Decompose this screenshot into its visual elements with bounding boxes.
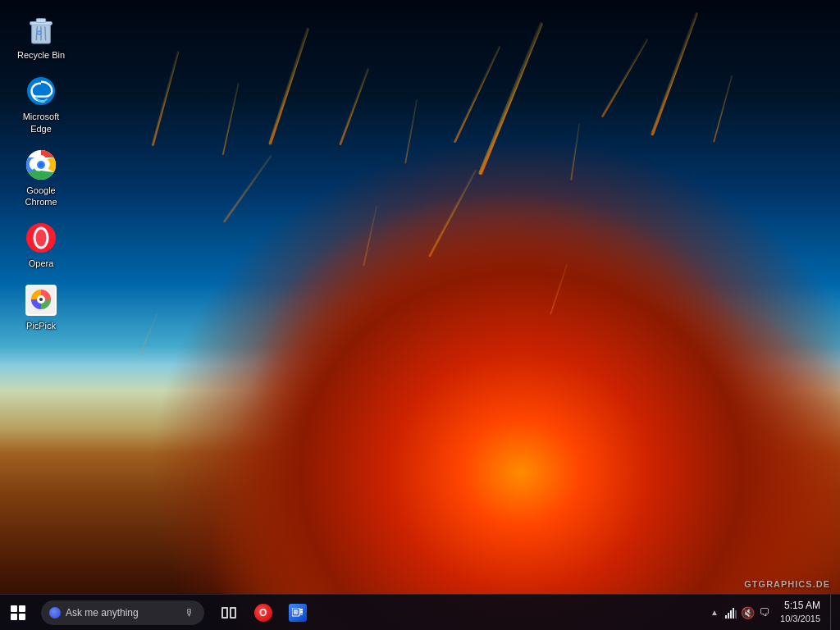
svg-line-5 — [45, 26, 46, 40]
tray-chevron-button[interactable]: ▲ — [708, 606, 721, 619]
search-placeholder-text: Ask me anything — [66, 607, 139, 619]
svg-rect-24 — [300, 611, 303, 613]
clock[interactable]: 5:15 AM 10/3/2015 — [774, 599, 827, 625]
clock-date: 10/3/2015 — [780, 613, 820, 625]
picpick-image — [25, 284, 57, 317]
svg-rect-25 — [725, 615, 727, 619]
svg-rect-21 — [294, 609, 298, 614]
media-taskbar-icon — [289, 604, 307, 622]
microphone-icon[interactable]: 🎙 — [185, 607, 196, 619]
svg-text:♻: ♻ — [36, 30, 42, 37]
cortana-icon — [49, 607, 61, 619]
svg-rect-29 — [735, 610, 737, 619]
svg-point-11 — [39, 162, 43, 167]
media-taskbar-button[interactable] — [281, 595, 314, 631]
picpick-icon[interactable]: PicPick — [8, 279, 74, 336]
speaker-tray-icon[interactable]: 🔇 — [741, 606, 754, 619]
picpick-label: PicPick — [26, 320, 56, 331]
chrome-image — [25, 148, 57, 181]
desktop: ♻ Recycle Bin Microsoft Edge — [0, 0, 840, 630]
opera-taskbar-button[interactable]: O — [247, 595, 280, 631]
watermark-text: GTGRAPHICS.DE — [744, 579, 830, 589]
opera-label: Opera — [29, 258, 54, 269]
opera-image — [25, 221, 57, 254]
svg-rect-23 — [300, 609, 303, 610]
desktop-icons: ♻ Recycle Bin Microsoft Edge — [8, 8, 74, 336]
svg-point-19 — [39, 298, 43, 301]
recycle-bin-image: ♻ — [25, 13, 57, 46]
wallpaper — [0, 0, 840, 630]
clock-time: 5:15 AM — [784, 599, 820, 613]
opera-icon[interactable]: Opera — [8, 217, 74, 274]
task-view-icon — [221, 607, 236, 619]
recycle-bin-icon[interactable]: ♻ Recycle Bin — [8, 8, 74, 66]
search-bar[interactable]: Ask me anything 🎙 — [41, 600, 204, 625]
chevron-icon: ▲ — [710, 608, 719, 617]
show-desktop-button[interactable] — [830, 595, 837, 631]
microsoft-edge-icon[interactable]: Microsoft Edge — [8, 70, 74, 139]
windows-logo-icon — [11, 605, 25, 620]
network-tray-icon[interactable] — [724, 606, 737, 619]
svg-rect-26 — [728, 613, 729, 619]
action-center-tray-icon[interactable]: 🗨 — [757, 606, 770, 619]
svg-rect-27 — [730, 610, 732, 619]
google-chrome-icon[interactable]: Google Chrome — [8, 144, 74, 213]
start-button[interactable] — [0, 595, 36, 631]
speaker-muted-icon: 🔇 — [741, 606, 755, 619]
recycle-bin-label: Recycle Bin — [17, 49, 65, 61]
svg-rect-2 — [36, 19, 45, 23]
taskbar-middle: O — [212, 595, 314, 631]
svg-rect-28 — [733, 608, 734, 619]
taskbar-right: ▲ 🔇 🗨 5:15 AM — [708, 595, 840, 631]
action-center-icon: 🗨 — [759, 606, 769, 619]
watermark: GTGRAPHICS.DE — [744, 579, 830, 589]
edge-image — [25, 75, 57, 107]
edge-label: Microsoft Edge — [11, 111, 71, 135]
opera-taskbar-icon: O — [254, 604, 272, 622]
chrome-label: Google Chrome — [11, 185, 71, 208]
task-view-button[interactable] — [212, 595, 245, 631]
network-icon — [724, 607, 737, 619]
taskbar: Ask me anything 🎙 O — [0, 594, 840, 630]
